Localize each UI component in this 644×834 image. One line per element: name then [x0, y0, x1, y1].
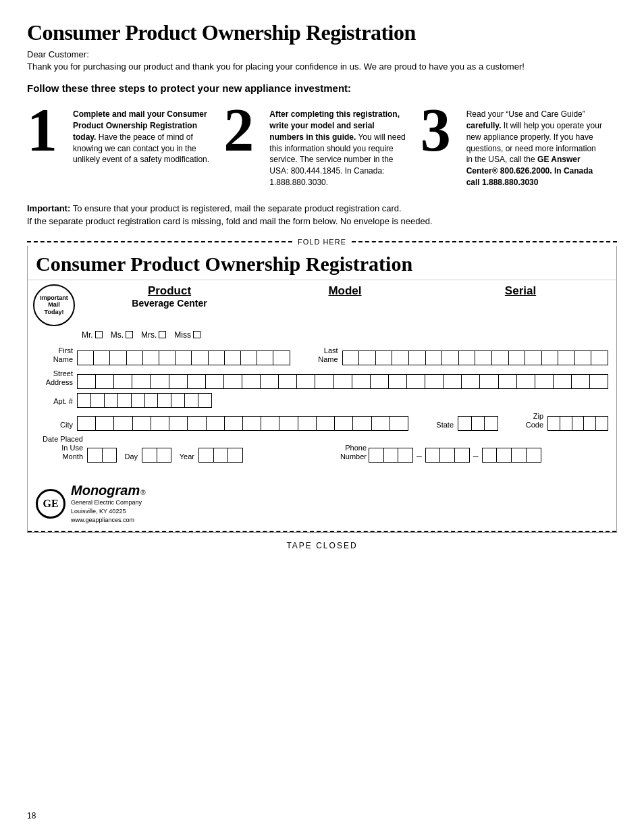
month-label: Date PlacedIn UseMonth	[36, 435, 83, 463]
form-header: ImportantMailToday! Product Beverage Cen…	[28, 280, 616, 329]
mr-checkbox[interactable]	[95, 331, 103, 338]
apt-row: Apt. #	[36, 393, 608, 408]
day-input[interactable]	[142, 448, 171, 463]
fold-label: FOLD HERE	[298, 238, 346, 246]
last-name-input[interactable]	[342, 350, 608, 365]
step-3-number: 3	[421, 105, 461, 157]
phone-label: PhoneNumber	[329, 444, 367, 463]
second-title: Consumer Product Ownership Registration	[28, 246, 616, 280]
state-label: State	[417, 421, 454, 431]
step-1-text: Complete and mail your Consumer Product …	[73, 105, 210, 165]
phone-exchange-input[interactable]	[425, 448, 470, 463]
registration-form-section: Consumer Product Ownership Registration …	[27, 246, 617, 533]
col-model-header: Model	[257, 284, 433, 309]
phone-dash-1: –	[415, 450, 423, 463]
fold-dashes-left	[27, 241, 292, 242]
street-address-label: StreetAddress	[36, 369, 73, 388]
ms-checkbox[interactable]	[126, 331, 133, 338]
bottom-dashes	[28, 531, 616, 532]
monogram-brand: Monogram® General Electric Company Louis…	[71, 483, 146, 524]
step-3-text: Read your “Use and Care Guide” carefully…	[466, 105, 603, 188]
important-note: Important: To ensure that your product i…	[27, 202, 617, 228]
step-1-number: 1	[27, 105, 68, 157]
steps-container: 1 Complete and mail your Consumer Produc…	[27, 105, 617, 188]
phone-dash-2: –	[472, 450, 480, 463]
phone-number-input[interactable]	[482, 448, 541, 463]
columns-header: Product Beverage Center Model Serial	[82, 284, 608, 309]
date-section: Date PlacedIn UseMonth Day Year	[36, 435, 315, 463]
form-fields: FirstName LastName StreetAddress Apt. #	[28, 344, 616, 474]
city-row: City State ZipCode	[36, 412, 608, 431]
street-address-input[interactable]	[77, 374, 608, 389]
mr-label: Mr.	[82, 330, 93, 340]
last-name-label: LastName	[301, 346, 338, 365]
step-2-text: After completing this registration, writ…	[269, 105, 406, 188]
ge-text: GE	[43, 498, 58, 510]
step-2-number: 2	[223, 105, 264, 157]
step-2: 2 After completing this registration, wr…	[223, 105, 420, 188]
dear-customer: Dear Customer:	[27, 49, 617, 59]
intro-text: Thank you for purchasing our product and…	[27, 61, 617, 73]
month-input[interactable]	[87, 448, 117, 463]
state-input[interactable]	[458, 416, 498, 431]
main-title: Consumer Product Ownership Registration	[27, 20, 617, 45]
model-label: Model	[257, 284, 433, 298]
page-number: 18	[27, 811, 36, 820]
zip-input[interactable]	[547, 416, 608, 431]
badge-text: ImportantMailToday!	[40, 294, 68, 316]
name-row: FirstName LastName	[36, 346, 608, 365]
city-label: City	[36, 421, 73, 431]
monogram-wordmark: Monogram	[71, 483, 140, 498]
logo-section: GE Monogram® General Electric Company Lo…	[28, 473, 616, 531]
apt-label: Apt. #	[36, 397, 73, 407]
salutation-mr: Mr.	[82, 330, 103, 340]
address-row: StreetAddress	[36, 369, 608, 388]
ge-logo-circle: GE	[36, 489, 65, 519]
monogram-registered: ®	[140, 489, 145, 496]
col-product-header: Product Beverage Center	[82, 284, 257, 309]
salutation-row: Mr. Ms. Mrs. Miss	[28, 329, 616, 344]
mrs-label: Mrs.	[141, 330, 157, 340]
day-label: Day	[121, 452, 138, 463]
zip-label: ZipCode	[506, 412, 543, 431]
salutation-miss: Miss	[174, 330, 200, 340]
salutation-mrs: Mrs.	[141, 330, 166, 340]
salutation-ms: Ms.	[111, 330, 133, 340]
apt-input[interactable]	[77, 393, 212, 408]
ms-label: Ms.	[111, 330, 124, 340]
miss-checkbox[interactable]	[193, 331, 200, 338]
mrs-checkbox[interactable]	[159, 331, 166, 338]
step-3: 3 Read your “Use and Care Guide” careful…	[421, 105, 617, 188]
product-label: Product	[82, 284, 257, 298]
fold-line: FOLD HERE	[27, 238, 617, 246]
ge-company-info: General Electric Company Louisville, KY …	[71, 498, 146, 524]
serial-label: Serial	[433, 284, 608, 298]
year-label: Year	[176, 452, 194, 463]
phone-area-input[interactable]	[369, 448, 413, 463]
date-phone-row: Date PlacedIn UseMonth Day Year PhoneNum…	[36, 435, 608, 463]
steps-heading: Follow these three steps to protect your…	[27, 82, 617, 94]
miss-label: Miss	[174, 330, 191, 340]
col-serial-header: Serial	[433, 284, 608, 309]
product-type-label: Beverage Center	[82, 298, 257, 309]
city-input[interactable]	[77, 416, 408, 431]
fold-dashes-right	[352, 241, 617, 242]
step-1: 1 Complete and mail your Consumer Produc…	[27, 105, 223, 165]
first-name-label: FirstName	[36, 346, 73, 365]
first-name-input[interactable]	[77, 350, 290, 365]
important-badge: ImportantMailToday!	[33, 284, 75, 326]
year-input[interactable]	[198, 448, 243, 463]
tape-closed-label: TAPE CLOSED	[27, 533, 617, 554]
